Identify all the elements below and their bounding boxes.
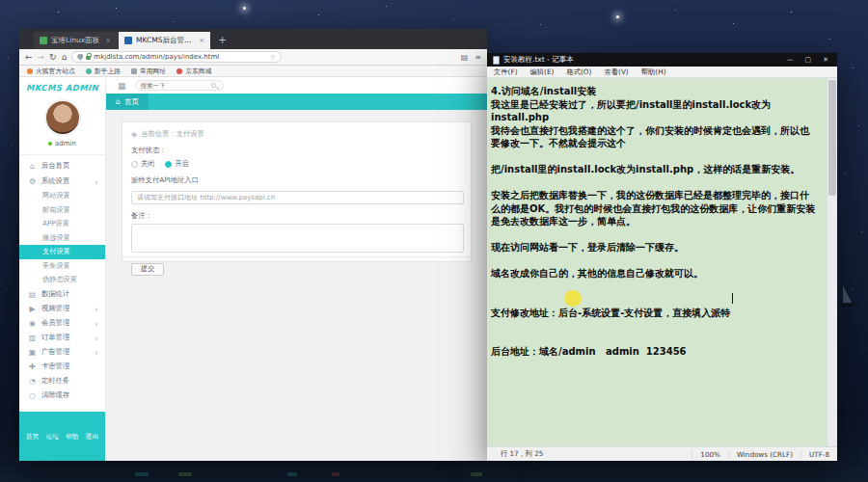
username: admin <box>55 140 76 147</box>
bookmark-item[interactable]: 常用网址 <box>131 67 166 76</box>
sidebar-subitem-site[interactable]: 网站设置 <box>19 189 105 203</box>
chevron-down-icon: ∨ <box>95 306 98 312</box>
tab2-close-icon[interactable]: × <box>199 37 204 44</box>
library-icon[interactable]: ▤ <box>461 53 469 62</box>
shield-icon[interactable] <box>77 54 83 61</box>
clock-icon: ◔ <box>28 377 37 386</box>
tab2-favicon-icon <box>124 37 132 44</box>
notepad-editor[interactable]: 4.访问域名/install安装 我这里是已经安装过了，所以要把/install… <box>487 78 827 446</box>
menu-view[interactable]: 查看(V) <box>604 67 628 77</box>
radio-option-off[interactable]: 关闭 <box>131 159 154 169</box>
home-button[interactable]: ⌂ <box>62 53 68 62</box>
users-icon: ◉ <box>28 319 37 328</box>
maximize-button[interactable]: ▢ <box>805 56 812 64</box>
bookmark-icon <box>27 68 33 74</box>
bright-star <box>243 7 246 10</box>
cards-icon: ✚ <box>28 362 37 371</box>
user-status: admin <box>19 140 105 147</box>
menu-help[interactable]: 帮助(H) <box>641 67 666 77</box>
browser-tab-1[interactable]: 宝塔Linux面板 × <box>34 32 119 49</box>
sidebar-item-home[interactable]: ⌂ 后台首页 <box>19 158 105 174</box>
quick-link-logout[interactable]: 退出 <box>86 432 99 442</box>
chevron-down-icon: ∨ <box>95 349 98 356</box>
avatar[interactable] <box>44 99 81 136</box>
online-dot-icon <box>48 142 52 146</box>
home-tab-icon: ⌂ <box>116 97 121 106</box>
sidebar-item-ads[interactable]: ▣ 广告管理 ∨ <box>19 345 105 360</box>
sidebar-item-cache[interactable]: ○ 清除缓存 <box>19 388 105 403</box>
sailboat-icon <box>843 285 852 303</box>
tab-home[interactable]: ⌂ 首页 <box>106 94 149 110</box>
bookmark-item[interactable]: 火狐官方站点 <box>27 67 75 76</box>
back-button[interactable]: ← <box>25 53 33 62</box>
radio-checked-icon[interactable] <box>165 161 172 168</box>
sidebar-subitem-payment-active[interactable]: 支付设置 <box>19 245 105 259</box>
sidebar-item-system-settings[interactable]: ⚙ 系统设置 ∨ <box>19 174 105 189</box>
sidebar-item-cron[interactable]: ◔ 定时任务 <box>19 374 105 388</box>
scrollbar-thumb[interactable] <box>828 80 836 196</box>
location-icon: ◈ <box>131 130 137 139</box>
menu-icon[interactable]: ≡ <box>475 53 481 62</box>
tab1-label: 宝塔Linux面板 <box>51 36 99 45</box>
browser-tabbar[interactable]: 宝塔Linux面板 × MKCMS后台管理中心 × + <box>19 29 487 49</box>
desktop: 宝塔Linux面板 × MKCMS后台管理中心 × + ← → ↻ ⌂ mkjd… <box>0 0 868 482</box>
bookmark-star-icon[interactable]: ☆ <box>269 53 276 62</box>
sidebar-item-cards[interactable]: ✚ 卡密管理 <box>19 360 105 374</box>
bookmark-item[interactable]: 京东商城 <box>176 67 211 76</box>
scrollbar-track[interactable] <box>827 78 837 446</box>
admin-main: ▦ ⌂ 首页 ◈ 当前位置：支付设置 <box>106 77 487 461</box>
sidebar-subitem-collect[interactable]: 采集设置 <box>19 259 105 274</box>
quick-link-forum[interactable]: 论坛 <box>45 432 59 442</box>
bookmark-item[interactable]: 新手上路 <box>86 67 121 76</box>
submit-button[interactable]: 提交 <box>131 263 164 276</box>
reload-button[interactable]: ↻ <box>49 53 57 62</box>
search-input[interactable] <box>141 82 208 90</box>
quick-link-home[interactable]: 首页 <box>26 432 40 442</box>
quick-link-help[interactable]: 帮助 <box>66 432 79 442</box>
sidebar-item-videos[interactable]: ▶ 视频管理 ∨ <box>19 302 105 316</box>
new-tab-button[interactable]: + <box>218 32 227 49</box>
pay-status-label: 支付状态： <box>131 146 471 155</box>
sidebar-subitem-rewrite[interactable]: 伪静态设置 <box>19 273 105 287</box>
notepad-icon <box>493 56 500 65</box>
browser-tab-2-active[interactable]: MKCMS后台管理中心 × <box>119 32 210 49</box>
grid-menu-icon[interactable]: ▦ <box>118 81 126 91</box>
menu-edit[interactable]: 编辑(E) <box>530 67 555 77</box>
api-url-label: 派特支付API地址入口 <box>131 175 471 185</box>
encoding: UTF-8 <box>800 450 837 459</box>
sidebar-item-orders[interactable]: ▥ 订单管理 ∨ <box>19 331 105 345</box>
close-button[interactable]: ✕ <box>823 56 828 64</box>
notepad-content[interactable]: 4.访问域名/install安装 我这里是已经安装过了，所以要把/install… <box>491 85 823 359</box>
page-tab-bar: ⌂ 首页 <box>106 94 487 110</box>
api-url-input[interactable] <box>131 191 464 204</box>
admin-sidebar: MKCMS ADMIN admin ⌂ 后台首页 ⚙ 系统设置 ∨ 网站设置 <box>19 77 106 461</box>
sidebar-subitem-app[interactable]: APP设置 <box>19 217 105 231</box>
sidebar-subitem-mail[interactable]: 邮箱设置 <box>19 203 105 218</box>
forward-button[interactable]: → <box>38 53 45 62</box>
orders-icon: ▥ <box>28 334 37 342</box>
sidebar-subitem-player[interactable]: 播放设置 <box>19 231 105 246</box>
breadcrumb: ◈ 当前位置：支付设置 <box>122 122 471 139</box>
sidebar-item-members[interactable]: ◉ 会员管理 ∨ <box>19 316 105 331</box>
lock-icon <box>86 56 91 60</box>
minimize-button[interactable]: — <box>787 56 794 64</box>
radio-icon[interactable] <box>131 161 138 168</box>
sidebar-item-stats[interactable]: ▤ 数据统计 <box>19 287 105 302</box>
home-icon: ⌂ <box>28 162 37 171</box>
chevron-down-icon: ∨ <box>95 178 98 185</box>
url-bar[interactable]: mkjdlsta.com/admin/pays/index.html ☆ <box>71 51 282 63</box>
settings-card: ◈ 当前位置：支付设置 支付状态： 关闭 <box>122 121 472 262</box>
note-textarea[interactable] <box>131 224 464 253</box>
admin-page: MKCMS ADMIN admin ⌂ 后台首页 ⚙ 系统设置 ∨ 网站设置 <box>19 77 487 461</box>
menu-format[interactable]: 格式(O) <box>566 67 591 77</box>
radio-option-on[interactable]: 开启 <box>165 159 188 169</box>
url-text[interactable]: mkjdlsta.com/admin/pays/index.html <box>94 53 266 61</box>
tab1-close-icon[interactable]: × <box>105 37 111 44</box>
ads-icon: ▣ <box>28 348 37 357</box>
menu-file[interactable]: 文件(F) <box>494 67 518 77</box>
search-icon <box>211 83 216 88</box>
search-box[interactable] <box>135 80 224 91</box>
bookmark-icon <box>176 68 182 74</box>
tab1-favicon-icon <box>40 37 47 44</box>
notepad-titlebar[interactable]: 安装教程.txt - 记事本 — ▢ ✕ <box>487 53 837 67</box>
